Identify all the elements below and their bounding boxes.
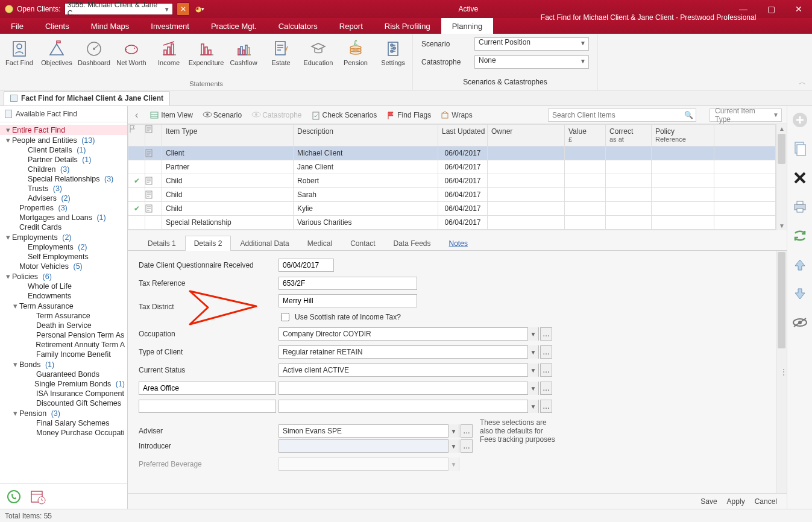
combo-adviser[interactable]: Simon Evans SPE▼ — [279, 424, 459, 438]
chevron-down-icon[interactable]: ▼ — [448, 439, 459, 453]
whatsapp-icon[interactable] — [6, 489, 22, 505]
search-box[interactable]: 🔍 — [548, 108, 696, 122]
combo-current-status[interactable]: Active client ACTIVE▼ — [279, 363, 539, 377]
calendar-clock-icon[interactable] — [30, 489, 46, 505]
menu-calculators[interactable]: Calculators — [268, 18, 329, 34]
print-icon[interactable] — [792, 199, 808, 215]
tree-item[interactable]: ISA Insurance Component — [0, 389, 127, 398]
table-row[interactable]: ✔ChildRobert06/04/2017 — [128, 174, 776, 188]
menu-riskprofiling[interactable]: Risk Profiling — [374, 18, 441, 34]
input-tax-district[interactable] — [279, 294, 417, 307]
tab-datafeeds[interactable]: Data Feeds — [384, 236, 439, 251]
maximize-button[interactable]: ▢ — [758, 0, 784, 18]
current-item-type-select[interactable]: Current Item Type▼ — [710, 108, 782, 122]
tool-checkscenarios[interactable]: Check Scenarios — [312, 111, 377, 119]
move-up-icon[interactable] — [792, 257, 808, 272]
tree-item[interactable]: Money Purchase Occupati — [0, 428, 127, 438]
add-button[interactable] — [792, 112, 808, 128]
tool-itemview[interactable]: Item View — [150, 111, 192, 119]
chevron-down-icon[interactable]: ▼ — [527, 400, 538, 413]
lookup-button[interactable]: … — [540, 345, 552, 359]
collapse-panel-button[interactable]: ‹ — [133, 110, 140, 121]
combo-area-office[interactable]: ▼ — [279, 382, 539, 395]
search-input[interactable] — [549, 111, 681, 119]
tree-item[interactable]: ▾Term Assurance — [0, 301, 127, 311]
ribbon-estate[interactable]: Estate — [263, 36, 299, 80]
client-menu-button[interactable]: ◕▾ — [194, 2, 207, 16]
chevron-down-icon[interactable]: ▼ — [527, 327, 538, 341]
tree-item[interactable]: Family Income Benefit — [0, 350, 127, 359]
lookup-button[interactable]: … — [461, 439, 473, 453]
tree-item[interactable]: Retirement Annuity Term A — [0, 340, 127, 350]
menu-file[interactable]: File — [0, 18, 34, 34]
col-policy[interactable]: PolicyReference — [652, 125, 714, 146]
tool-scenario[interactable]: Scenario — [203, 111, 242, 119]
tree-item[interactable]: Properties (3) — [0, 203, 127, 213]
ribbon-collapse-icon[interactable]: ︿ — [799, 77, 806, 87]
tree-item[interactable]: ▾Policies (6) — [0, 271, 127, 281]
save-button[interactable]: Save — [700, 497, 717, 506]
table-row[interactable]: PartnerJane Client06/04/2017 — [128, 160, 776, 174]
input-area-office-label[interactable] — [139, 382, 276, 395]
menu-investment[interactable]: Investment — [140, 18, 200, 34]
tab-details2[interactable]: Details 2 — [185, 236, 231, 251]
tab-notes[interactable]: Notes — [440, 236, 477, 251]
tree-item[interactable]: Discounted Gift Schemes — [0, 398, 127, 408]
close-client-button[interactable]: ✕ — [177, 2, 190, 16]
input-date-questionnaire[interactable] — [279, 259, 334, 272]
grid-scrollbar[interactable]: ▲▼ — [776, 124, 787, 230]
tree-item[interactable]: Client Details (1) — [0, 145, 127, 155]
table-row[interactable]: ChildSarah06/04/2017 — [128, 188, 776, 202]
menu-clients[interactable]: Clients — [34, 18, 80, 34]
input-custom-label[interactable] — [139, 400, 276, 413]
col-correct[interactable]: Correctas at — [606, 125, 652, 146]
tool-catastrophe[interactable]: Catastrophe — [251, 111, 301, 119]
col-note[interactable] — [145, 125, 162, 146]
menu-mindmaps[interactable]: Mind Maps — [80, 18, 140, 34]
tree-item[interactable]: Credit Cards — [0, 222, 127, 232]
combo-custom[interactable]: ▼ — [279, 400, 539, 413]
scenario-select[interactable]: Current Position▼ — [474, 37, 589, 51]
tree-item[interactable]: ▾Entire Fact Find — [0, 125, 127, 135]
move-down-icon[interactable] — [792, 286, 808, 301]
combo-pref-beverage[interactable]: ▼ — [279, 458, 459, 471]
tree-item[interactable]: ▾Pension (3) — [0, 408, 127, 418]
tab-details1[interactable]: Details 1 — [139, 236, 185, 251]
tree-item[interactable]: ▾People and Entities (13) — [0, 135, 127, 145]
ribbon-education[interactable]: Education — [300, 36, 336, 80]
ribbon-settings[interactable]: Settings — [375, 36, 411, 80]
tree-item[interactable]: Term Assurance — [0, 311, 127, 321]
tree-item[interactable]: Final Salary Schemes — [0, 418, 127, 428]
tab-medical[interactable]: Medical — [298, 236, 341, 251]
ribbon-income[interactable]: Income — [151, 36, 187, 80]
combo-client-type[interactable]: Regular retainer RETAIN▼ — [279, 345, 539, 359]
tool-findflags[interactable]: Find Flags — [386, 111, 431, 119]
ribbon-cashflow[interactable]: Cashflow — [225, 36, 262, 80]
checkbox-scottish-tax[interactable] — [281, 313, 289, 321]
chevron-down-icon[interactable]: ▼ — [527, 345, 538, 359]
table-row[interactable]: Special RelationshipVarious Charities06/… — [128, 216, 776, 230]
col-owner[interactable]: Owner — [488, 125, 565, 146]
table-row[interactable]: ✔ChildKylie06/04/2017 — [128, 202, 776, 216]
close-button[interactable]: ✕ — [785, 0, 812, 18]
open-clients-select[interactable]: 3055: Michael Client & Jane C... ▼ — [65, 3, 173, 15]
tab-additional[interactable]: Additional Data — [231, 236, 298, 251]
ribbon-pension[interactable]: £Pension — [338, 36, 374, 80]
table-row[interactable]: ClientMichael Client06/04/2017 — [128, 146, 776, 160]
tree-item[interactable]: ▾Employments (2) — [0, 232, 127, 242]
menu-report[interactable]: Report — [329, 18, 374, 34]
tree-item[interactable]: Whole of Life — [0, 281, 127, 291]
col-item-type[interactable]: Item Type — [162, 125, 294, 146]
combo-occupation[interactable]: Company Director COYDIR▼ — [279, 327, 539, 341]
chevron-down-icon[interactable]: ▼ — [527, 382, 538, 395]
tree-item[interactable]: Personal Pension Term As — [0, 330, 127, 340]
delete-icon[interactable] — [792, 170, 808, 186]
lookup-button[interactable]: … — [540, 363, 552, 377]
ribbon-networth[interactable]: Net Worth — [113, 36, 149, 80]
tree-item[interactable]: Employments (2) — [0, 242, 127, 252]
apply-button[interactable]: Apply — [727, 497, 745, 506]
col-last-updated[interactable]: Last Updated — [438, 125, 488, 146]
col-description[interactable]: Description — [294, 125, 438, 146]
chevron-down-icon[interactable]: ▼ — [527, 363, 538, 377]
tree-item[interactable]: Self Employments — [0, 252, 127, 262]
